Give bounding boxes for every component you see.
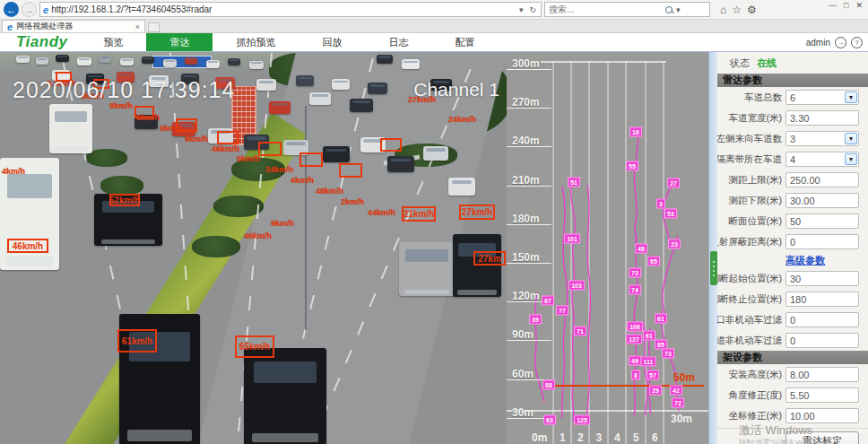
nav-item-预览[interactable]: 预览 — [80, 33, 146, 51]
distance-label: 120m — [512, 290, 540, 302]
detection-box: 27km/h — [459, 205, 495, 220]
nav-item-配置[interactable]: 配置 — [431, 33, 498, 51]
param-row-median_lane: 隔离带所在车道4▾ — [717, 149, 868, 170]
param-label-range_lower: 测距下限(米) — [717, 195, 782, 207]
detection-box: 46km/h — [7, 239, 48, 253]
nav-menu: 预览雷达抓拍预览回放日志配置 — [80, 33, 498, 51]
param-value-judge_end: 180 — [790, 294, 806, 305]
close-icon[interactable]: ✕ — [855, 1, 863, 10]
param-input-judge_start[interactable]: 30 — [786, 271, 859, 286]
address-bar[interactable]: e http://192.168.1.2/?t=4734604553#radar… — [39, 2, 542, 17]
radar-target: 23 — [668, 239, 681, 249]
settings-icon[interactable]: ⚙ — [747, 4, 757, 16]
vehicle-windshield — [286, 142, 305, 145]
vehicle — [228, 58, 240, 65]
vehicle — [77, 57, 91, 65]
param-label-install_height: 安装高度(米) — [717, 369, 782, 381]
radar-track — [634, 167, 637, 245]
radar-target: 53 — [664, 209, 677, 219]
url-text[interactable]: http://192.168.1.2/?t=4734604553#radar — [51, 4, 515, 14]
median-bush — [192, 236, 240, 257]
param-input-coord_correction[interactable]: 10.00 — [786, 408, 859, 423]
param-select-left_approach_lanes[interactable]: 3▾ — [786, 131, 859, 146]
param-input-crossing_nonmotor_filter[interactable]: 0 — [786, 312, 859, 327]
ie-icon: e — [43, 4, 48, 15]
tab-close-icon[interactable]: × — [135, 22, 140, 31]
radar-target: 65 — [647, 257, 660, 266]
url-dropdown-icon[interactable]: ▾ — [517, 5, 525, 14]
new-tab-button[interactable] — [148, 22, 160, 32]
maximize-icon[interactable]: □ — [844, 1, 848, 10]
param-value-crossing_nonmotor_filter: 0 — [790, 315, 795, 326]
user-name: admin — [806, 38, 830, 48]
radar-target: 127 — [626, 335, 642, 344]
param-label-left_approach_lanes: 左侧来向车道数 — [717, 133, 782, 145]
vehicle — [448, 178, 475, 196]
distance-tick — [507, 146, 551, 147]
section-header: 架设参数 — [717, 351, 868, 364]
param-select-lane_count[interactable]: 6▾ — [786, 90, 859, 105]
forward-icon[interactable]: → — [22, 2, 37, 17]
detection-box — [339, 163, 362, 178]
splitter-handle-icon[interactable] — [710, 251, 717, 285]
chevron-down-icon[interactable]: ▾ — [845, 133, 857, 144]
param-row-angle_correction: 角度修正(度)5.50 — [717, 385, 868, 405]
search-icon[interactable] — [665, 6, 673, 13]
detection-box — [299, 152, 323, 167]
param-input-section_position[interactable]: 50 — [786, 213, 859, 229]
brand-logo[interactable]: Tiandy — [0, 33, 80, 51]
param-input-angle_correction[interactable]: 5.50 — [786, 387, 859, 403]
speed-tag: 24km/h — [265, 165, 293, 174]
home-icon[interactable]: ⌂ — [720, 4, 726, 16]
distance-label: 240m — [512, 135, 540, 147]
window-controls: — □ ✕ — [825, 0, 866, 11]
param-input-reflection_mask[interactable]: 0 — [786, 234, 859, 249]
browser-tab[interactable]: e 网络视频处理器 × — [2, 20, 145, 32]
site-nav: Tiandy 预览雷达抓拍预览回放日志配置 admin → ? — [0, 33, 868, 51]
help-icon[interactable]: ? — [851, 37, 863, 48]
refresh-icon[interactable]: ↻ — [527, 5, 538, 14]
nav-item-抓拍预览[interactable]: 抓拍预览 — [213, 33, 299, 51]
vehicle-windshield — [272, 103, 288, 106]
radar-target: 49 — [629, 356, 641, 366]
detection-box — [380, 138, 402, 152]
nav-item-回放[interactable]: 回放 — [299, 33, 365, 51]
param-value-reflection_mask: 0 — [790, 237, 795, 248]
param-select-median_lane[interactable]: 4▾ — [786, 152, 859, 167]
param-input-lane_nonmotor_filter[interactable]: 0 — [786, 333, 859, 348]
stop-line-label: 50m — [673, 371, 695, 384]
speed-tag: 44km/h — [368, 208, 395, 217]
advanced-params-link[interactable]: 高级参数 — [786, 254, 825, 267]
param-value-left_approach_lanes: 3 — [790, 134, 795, 144]
section-header: 雷达参数 — [717, 74, 868, 87]
nav-item-雷达[interactable]: 雷达 — [146, 33, 213, 51]
param-input-lane_width[interactable]: 3.30 — [786, 110, 859, 126]
nav-item-日志[interactable]: 日志 — [365, 33, 431, 51]
param-input-range_upper[interactable]: 250.00 — [786, 172, 859, 187]
logout-icon[interactable]: → — [835, 37, 846, 48]
vehicle — [163, 59, 177, 67]
tab-ie-icon: e — [7, 22, 13, 32]
search-input[interactable] — [549, 4, 665, 14]
favorites-icon[interactable]: ☆ — [732, 4, 742, 16]
param-label-crossing_nonmotor_filter: 路口非机动车过滤 — [717, 314, 782, 326]
search-box[interactable]: ▾ — [544, 2, 710, 17]
param-value-lane_count: 6 — [790, 92, 795, 103]
search-menu-icon[interactable]: ▾ — [674, 5, 682, 14]
chevron-down-icon[interactable]: ▾ — [845, 91, 857, 103]
tab-row: e 网络视频处理器 × — [0, 20, 868, 33]
radar-target: 61 — [655, 314, 667, 324]
param-input-range_lower[interactable]: 30.00 — [786, 193, 859, 208]
speed-tag: 0km/h — [237, 154, 260, 163]
param-input-install_height[interactable]: 8.00 — [786, 367, 859, 382]
radar-target: 8 — [631, 370, 640, 380]
minimize-icon[interactable]: — — [829, 1, 837, 10]
detection-box — [258, 142, 282, 156]
param-input-judge_end[interactable]: 180 — [786, 292, 859, 307]
vehicle-windshield — [312, 94, 328, 97]
vehicle — [350, 99, 373, 112]
lower-bound-label: 30m — [671, 413, 692, 425]
vehicle-windshield — [452, 180, 473, 184]
back-icon[interactable]: ← — [4, 2, 19, 17]
chevron-down-icon[interactable]: ▾ — [845, 153, 857, 165]
